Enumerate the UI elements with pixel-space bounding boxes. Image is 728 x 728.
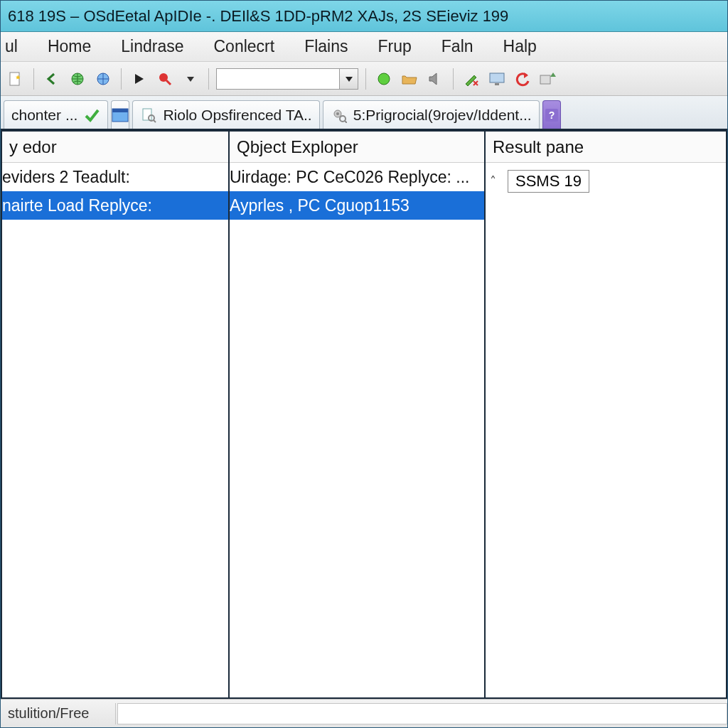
doc-search-icon bbox=[140, 107, 157, 124]
menu-flains[interactable]: Flains bbox=[300, 34, 352, 59]
list-item[interactable]: nairte Load Replyce: bbox=[2, 191, 228, 220]
back-arrow-icon[interactable] bbox=[41, 68, 63, 90]
window-blue-icon bbox=[112, 107, 129, 124]
stop-red-icon[interactable] bbox=[154, 68, 176, 90]
app-window: 618 19S – OSdEetal ApIDIe -. DEIl&S 1DD-… bbox=[0, 0, 728, 728]
menu-lindrase[interactable]: Lindrase bbox=[117, 34, 188, 59]
result-body: ˄ SSMS 19 bbox=[486, 163, 726, 697]
svg-rect-15 bbox=[143, 109, 151, 120]
svg-point-19 bbox=[340, 116, 346, 122]
status-left: stulition/Free bbox=[2, 703, 116, 724]
pane-list: eviders 2 Teadult: nairte Load Replyce: bbox=[2, 163, 228, 697]
circle-green-icon[interactable] bbox=[373, 68, 395, 90]
pencil-x-icon[interactable] bbox=[461, 68, 482, 90]
svg-point-8 bbox=[378, 73, 390, 85]
dropdown-icon[interactable] bbox=[180, 68, 201, 90]
list-item[interactable]: eviders 2 Teadult: bbox=[2, 163, 228, 191]
question-icon: ? bbox=[543, 107, 560, 124]
menu-home[interactable]: Home bbox=[43, 34, 95, 59]
tab-window[interactable] bbox=[111, 100, 129, 129]
redo-tool-icon[interactable] bbox=[537, 68, 559, 90]
tab-strip: chonter ... Riolo Opsfirenced TA.. 5:Pri… bbox=[1, 96, 727, 130]
monitor-icon[interactable] bbox=[486, 68, 508, 90]
tab-chonter[interactable]: chonter ... bbox=[4, 100, 108, 129]
list-item[interactable]: Ayprles , PC Cguop1153 bbox=[230, 191, 484, 220]
doc-star-icon[interactable] bbox=[5, 68, 26, 90]
window-title: 618 19S – OSdEetal ApIDIe -. DEIl&S 1DD-… bbox=[8, 7, 508, 26]
pane-header: Qbject Exploper bbox=[230, 132, 484, 163]
workspace: y edor eviders 2 Teadult: nairte Load Re… bbox=[1, 130, 727, 699]
tab-prigrocial[interactable]: 5:Prigrocial(9rojev/Iddent... bbox=[323, 100, 540, 129]
toolbar-separator bbox=[121, 68, 122, 90]
pane-object-explorer: Qbject Exploper Uirdage: PC CeC026 Reply… bbox=[230, 132, 484, 697]
pane-editor: y edor eviders 2 Teadult: nairte Load Re… bbox=[2, 132, 228, 697]
menu-frup[interactable]: Frup bbox=[374, 34, 416, 59]
combo-dropdown-icon[interactable] bbox=[339, 69, 358, 89]
menu-halp[interactable]: Halp bbox=[499, 34, 541, 59]
svg-rect-12 bbox=[540, 75, 550, 84]
menu-ul[interactable]: ul bbox=[1, 34, 22, 59]
undo-red-icon[interactable] bbox=[512, 68, 533, 90]
menu-conlecrt[interactable]: Conlecrt bbox=[210, 34, 279, 59]
folder-open-icon[interactable] bbox=[399, 68, 420, 90]
pane-list: Uirdage: PC CeC026 Replyce: ... Ayprles … bbox=[230, 163, 484, 697]
toolbar-separator bbox=[453, 68, 454, 90]
play-icon[interactable] bbox=[129, 68, 150, 90]
pane-result: Result pane ˄ SSMS 19 bbox=[486, 132, 726, 697]
svg-rect-9 bbox=[490, 73, 504, 82]
status-bar: stulition/Free bbox=[1, 699, 727, 727]
svg-marker-4 bbox=[135, 74, 144, 84]
result-value[interactable]: SSMS 19 bbox=[508, 170, 589, 193]
toolbar-separator bbox=[365, 68, 366, 90]
menu-faln[interactable]: Faln bbox=[437, 34, 478, 59]
svg-marker-6 bbox=[187, 77, 194, 82]
svg-marker-7 bbox=[346, 77, 353, 82]
svg-marker-11 bbox=[524, 73, 528, 78]
tab-help[interactable]: ? bbox=[542, 100, 561, 129]
svg-text:?: ? bbox=[548, 109, 555, 121]
title-bar[interactable]: 618 19S – OSdEetal ApIDIe -. DEIl&S 1DD-… bbox=[1, 1, 727, 32]
toolbar-separator bbox=[208, 68, 209, 90]
gear-search-icon bbox=[331, 107, 348, 124]
pane-header: y edor bbox=[2, 132, 228, 163]
svg-point-18 bbox=[336, 112, 339, 115]
toolbar-combo[interactable] bbox=[216, 68, 358, 90]
status-rest bbox=[117, 703, 727, 724]
globe-green-icon[interactable] bbox=[67, 68, 88, 90]
tab-label: 5:Prigrocial(9rojev/Iddent... bbox=[353, 107, 532, 124]
list-item[interactable]: Uirdage: PC CeC026 Replyce: ... bbox=[230, 163, 484, 191]
svg-rect-0 bbox=[10, 73, 19, 85]
svg-rect-14 bbox=[112, 109, 128, 112]
speaker-icon[interactable] bbox=[424, 68, 446, 90]
toolbar-separator bbox=[33, 68, 34, 90]
pane-header: Result pane bbox=[486, 132, 726, 163]
tab-label: chonter ... bbox=[11, 107, 77, 124]
toolbar bbox=[1, 62, 727, 96]
tab-riolo[interactable]: Riolo Opsfirenced TA.. bbox=[132, 100, 319, 129]
svg-rect-10 bbox=[495, 83, 499, 85]
collapse-caret-icon[interactable]: ˄ bbox=[490, 173, 496, 189]
menu-bar: ul Home Lindrase Conlecrt Flains Frup Fa… bbox=[1, 32, 727, 62]
check-green-icon bbox=[83, 107, 100, 124]
tab-label: Riolo Opsfirenced TA.. bbox=[163, 107, 311, 124]
globe-blue-icon[interactable] bbox=[92, 68, 114, 90]
